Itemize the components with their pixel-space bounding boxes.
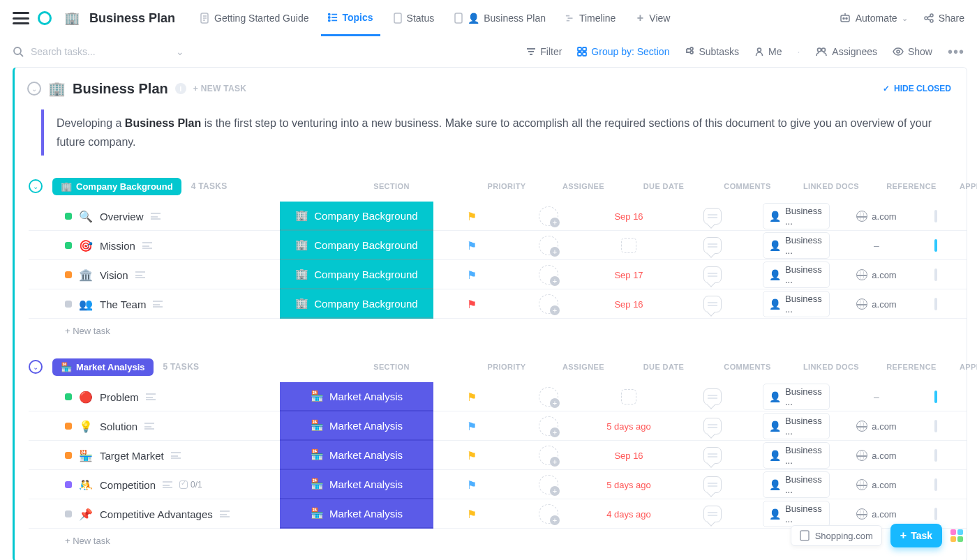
task-name-cell[interactable]: 📌 Competitive Advantages	[29, 499, 280, 529]
reference-cell[interactable]: a.com	[838, 411, 915, 441]
status-square[interactable]	[65, 452, 72, 459]
status-square[interactable]	[65, 510, 72, 517]
reference-cell[interactable]: a.com	[838, 289, 915, 319]
status-square[interactable]	[65, 242, 72, 249]
due-cell[interactable]	[587, 231, 671, 260]
priority-cell[interactable]: ⚑	[433, 382, 510, 411]
section-cell[interactable]: 🏪 Market Analysis	[280, 441, 433, 470]
add-task-row[interactable]: + New task	[29, 319, 967, 345]
assignee-cell[interactable]	[510, 411, 587, 441]
tab-business-plan[interactable]: 👤 Business Plan	[447, 0, 553, 36]
task-row[interactable]: 💡 Solution 🏪 Market Analysis ⚑ 5 days ag…	[29, 411, 967, 441]
approved-cell[interactable]	[915, 470, 957, 499]
task-row[interactable]: 🎯 Mission 🏢 Company Background ⚑ 👤 Busin…	[29, 231, 967, 260]
apps-icon[interactable]	[950, 529, 963, 542]
approved-cell[interactable]	[915, 382, 957, 411]
linked-doc-chip[interactable]: 👤 Business ...	[763, 413, 830, 439]
assignee-cell[interactable]	[510, 441, 587, 470]
group-collapse-toggle[interactable]: ⌄	[29, 360, 43, 374]
assignee-cell[interactable]	[510, 499, 587, 529]
comments-cell[interactable]	[671, 470, 754, 499]
reference-link[interactable]: a.com	[856, 421, 896, 432]
task-name-cell[interactable]: 💡 Solution	[29, 411, 280, 441]
comments-cell[interactable]	[671, 289, 754, 319]
info-icon[interactable]: i	[175, 83, 186, 94]
assignee-placeholder[interactable]	[539, 504, 558, 524]
task-row[interactable]: 👥 The Team 🏢 Company Background ⚑ Sep 16…	[29, 289, 967, 319]
show-button[interactable]: Show	[893, 46, 932, 57]
assignee-placeholder[interactable]	[539, 294, 558, 314]
search-input[interactable]	[29, 45, 134, 58]
status-square[interactable]	[65, 213, 72, 220]
linked-cell[interactable]: 👤 Business ...	[754, 441, 838, 470]
priority-cell[interactable]: ⚑	[433, 260, 510, 289]
automate-button[interactable]: Automate ⌄	[839, 13, 908, 24]
priority-cell[interactable]: ⚑	[433, 499, 510, 529]
assignee-placeholder[interactable]	[539, 475, 558, 494]
task-name-cell[interactable]: 🏛️ Vision	[29, 260, 280, 289]
priority-cell[interactable]: ⚑	[433, 231, 510, 260]
approved-cell[interactable]	[915, 289, 957, 319]
comments-cell[interactable]	[671, 411, 754, 441]
status-square[interactable]	[65, 271, 72, 278]
share-button[interactable]: Share	[923, 13, 964, 24]
due-cell[interactable]: Sep 17	[587, 260, 671, 289]
menu-icon[interactable]	[13, 12, 29, 24]
comments-cell[interactable]	[671, 441, 754, 470]
status-square[interactable]	[65, 423, 72, 430]
priority-cell[interactable]: ⚑	[433, 470, 510, 499]
me-button[interactable]: Me	[754, 46, 782, 57]
assignee-placeholder[interactable]	[539, 446, 558, 465]
section-cell[interactable]: 🏪 Market Analysis	[280, 411, 433, 441]
reference-cell[interactable]: a.com	[838, 470, 915, 499]
groupby-button[interactable]: Group by: Section	[577, 46, 669, 57]
reference-cell[interactable]: a.com	[838, 202, 915, 231]
group-collapse-toggle[interactable]: ⌄	[29, 179, 43, 193]
tab-topics[interactable]: Topics	[321, 0, 380, 36]
due-cell[interactable]	[587, 382, 671, 411]
linked-doc-chip[interactable]: 👤 Business ...	[763, 471, 830, 498]
group-badge[interactable]: 🏪 Market Analysis	[52, 358, 154, 376]
approved-cell[interactable]	[915, 231, 957, 260]
new-task-button[interactable]: + NEW TASK	[193, 84, 246, 93]
linked-cell[interactable]: 👤 Business ...	[754, 260, 838, 289]
section-cell[interactable]: 🏢 Company Background	[280, 289, 433, 319]
linked-cell[interactable]: 👤 Business ...	[754, 382, 838, 411]
assignee-placeholder[interactable]	[539, 387, 558, 407]
task-name-cell[interactable]: 👥 The Team	[29, 289, 280, 319]
linked-cell[interactable]: 👤 Business ...	[754, 231, 838, 260]
comments-cell[interactable]	[671, 382, 754, 411]
due-cell[interactable]: 5 days ago	[587, 411, 671, 441]
section-cell[interactable]: 🏪 Market Analysis	[280, 470, 433, 499]
tab-add-view[interactable]: + View	[628, 0, 677, 36]
linked-doc-chip[interactable]: 👤 Business ...	[763, 232, 830, 259]
linked-doc-chip[interactable]: 👤 Business ...	[763, 203, 830, 229]
due-cell[interactable]: 5 days ago	[587, 470, 671, 499]
linked-cell[interactable]: 👤 Business ...	[754, 289, 838, 319]
assignee-cell[interactable]	[510, 202, 587, 231]
status-square[interactable]	[65, 301, 72, 308]
reference-link[interactable]: a.com	[856, 298, 896, 310]
priority-cell[interactable]: ⚑	[433, 441, 510, 470]
dock-shortcut[interactable]: Shopping.com	[791, 525, 882, 546]
assignees-button[interactable]: Assignees	[815, 46, 877, 57]
priority-cell[interactable]: ⚑	[433, 202, 510, 231]
task-row[interactable]: 🔴 Problem 🏪 Market Analysis ⚑ 👤 Business…	[29, 382, 967, 411]
chevron-down-icon[interactable]: ⌄	[176, 46, 184, 57]
task-name-cell[interactable]: 🔍 Overview	[29, 202, 280, 231]
reference-cell[interactable]: a.com	[838, 441, 915, 470]
due-cell[interactable]: Sep 16	[587, 202, 671, 231]
assignee-cell[interactable]	[510, 382, 587, 411]
reference-link[interactable]: a.com	[856, 479, 896, 490]
reference-link[interactable]: a.com	[856, 211, 896, 222]
tab-status[interactable]: Status	[386, 0, 442, 36]
filter-button[interactable]: Filter	[526, 46, 562, 57]
reference-cell[interactable]: a.com	[838, 260, 915, 289]
group-badge[interactable]: 🏢 Company Background	[52, 178, 181, 195]
tab-timeline[interactable]: Timeline	[558, 0, 622, 36]
collapse-toggle[interactable]: ⌄	[27, 82, 41, 96]
approved-cell[interactable]	[915, 260, 957, 289]
assignee-placeholder[interactable]	[539, 206, 558, 226]
task-row[interactable]: 🤼 Competition 0/1 🏪 Market Analysis ⚑ 5 …	[29, 470, 967, 499]
approved-cell[interactable]	[915, 411, 957, 441]
